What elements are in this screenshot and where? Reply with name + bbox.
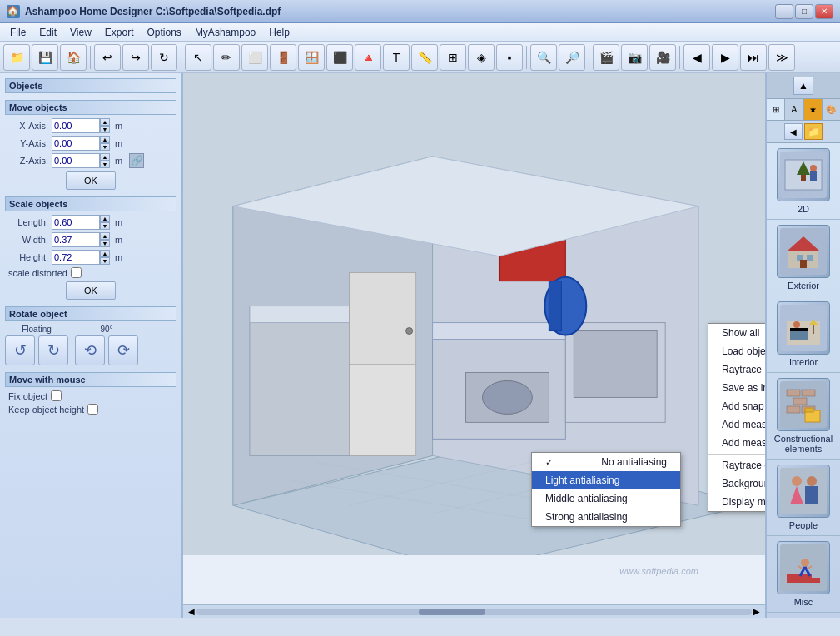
fix-object-checkbox[interactable] xyxy=(51,390,62,401)
rp-tab-favorites[interactable]: ★ xyxy=(804,99,823,120)
z-link-btn[interactable]: 🔗 xyxy=(129,153,144,168)
minimize-button[interactable]: — xyxy=(775,4,793,19)
ctx-middle-antialiasing[interactable]: Middle antialiasing xyxy=(532,489,680,508)
toolbar-wall[interactable]: ⬜ xyxy=(241,44,268,71)
toolbar-special[interactable]: ◈ xyxy=(468,44,495,71)
toolbar-house[interactable]: 🏠 xyxy=(60,44,87,71)
scroll-thumb[interactable] xyxy=(419,609,485,615)
ok-move-button[interactable]: OK xyxy=(66,171,116,190)
toolbar-zoom-out[interactable]: 🔎 xyxy=(559,44,585,71)
hgt-spin-up[interactable]: ▲ xyxy=(100,250,110,257)
scroll-track[interactable] xyxy=(196,609,752,615)
len-spin-up[interactable]: ▲ xyxy=(100,215,110,222)
length-input[interactable] xyxy=(52,215,100,230)
wid-spin-up[interactable]: ▲ xyxy=(100,232,110,240)
toolbar-door[interactable]: 🚪 xyxy=(270,44,296,71)
maximize-button[interactable]: □ xyxy=(795,4,813,19)
toolbar-prev[interactable]: ◀ xyxy=(683,44,710,71)
toolbar-camera[interactable]: 📷 xyxy=(621,44,648,71)
rotate-section-title: Rotate object xyxy=(5,306,176,321)
right-panel-up-btn[interactable]: ▲ xyxy=(793,77,813,95)
ctx-show-all[interactable]: Show all xyxy=(708,324,765,342)
rp-item-interior[interactable]: Interior xyxy=(767,296,840,373)
ctx-add-measurement[interactable]: Add measurement xyxy=(708,415,765,434)
width-input[interactable] xyxy=(52,232,100,247)
toolbar-cursor[interactable]: ↖ xyxy=(185,44,211,71)
toolbar-undo-arrow[interactable]: ↪ xyxy=(122,44,149,71)
rp-tab-text[interactable]: A xyxy=(785,99,803,120)
hgt-spin-down[interactable]: ▼ xyxy=(100,257,110,265)
ok-scale-button[interactable]: OK xyxy=(66,281,116,300)
menu-options[interactable]: Options xyxy=(141,25,188,40)
keep-height-checkbox[interactable] xyxy=(87,404,98,415)
toolbar-video[interactable]: 🎥 xyxy=(649,44,676,71)
toolbar-end[interactable]: ⏭ xyxy=(740,44,767,71)
ctx-save-image[interactable]: Save as image... xyxy=(708,379,765,397)
horizontal-scrollbar[interactable]: ◀ ▶ xyxy=(183,604,765,618)
close-button[interactable]: ✕ xyxy=(815,4,833,19)
len-spin-down[interactable]: ▼ xyxy=(100,222,110,230)
toolbar-measure[interactable]: 📏 xyxy=(411,44,438,71)
height-input[interactable] xyxy=(52,250,100,265)
menu-file[interactable]: File xyxy=(3,25,32,40)
toolbar-extra[interactable]: ≫ xyxy=(768,44,795,71)
toolbar-undo[interactable]: ↩ xyxy=(94,44,121,71)
toolbar-redo[interactable]: ↻ xyxy=(151,44,177,71)
toolbar-obj[interactable]: ⊞ xyxy=(440,44,466,71)
x-axis-input[interactable] xyxy=(52,118,100,133)
scale-distorted-checkbox[interactable] xyxy=(71,267,82,278)
rp-item-misc[interactable]: Misc xyxy=(767,536,840,613)
x-spin-up[interactable]: ▲ xyxy=(100,118,110,126)
scroll-right-btn[interactable]: ▶ xyxy=(752,607,762,617)
rp-tab-objects[interactable]: ⊞ xyxy=(767,99,785,120)
toolbar-text[interactable]: T xyxy=(383,44,410,71)
rotate-90-right[interactable]: ⟳ xyxy=(108,335,138,365)
toolbar-window[interactable]: 🪟 xyxy=(298,44,325,71)
toolbar-stairs[interactable]: ⬛ xyxy=(326,44,353,71)
rotate-right-btn[interactable]: ↻ xyxy=(38,335,68,365)
toolbar-pencil[interactable]: ✏ xyxy=(213,44,240,71)
toolbar-next[interactable]: ▶ xyxy=(712,44,738,71)
rp-item-constructional[interactable]: Constructional elements xyxy=(767,373,840,460)
ctx-strong-antialiasing[interactable]: Strong antialiasing xyxy=(532,508,680,526)
toolbar-3d-box[interactable]: ▪ xyxy=(496,44,523,71)
canvas-area[interactable]: www.softpedia.com Show all Load object..… xyxy=(183,73,765,618)
menu-myashampoo[interactable]: MyAshampoo xyxy=(188,25,262,40)
toolbar-save[interactable]: 💾 xyxy=(32,44,58,71)
menu-help[interactable]: Help xyxy=(262,25,296,40)
ctx-load-object[interactable]: Load object... xyxy=(708,342,765,360)
wid-spin-down[interactable]: ▼ xyxy=(100,240,110,247)
ctx-light-antialiasing[interactable]: Light antialiasing xyxy=(532,471,680,489)
rotate-90-left[interactable]: ⟲ xyxy=(75,335,105,365)
ctx-background[interactable]: Background ▶ xyxy=(708,475,765,493)
z-spin-down[interactable]: ▼ xyxy=(100,161,110,168)
y-spin-up[interactable]: ▲ xyxy=(100,136,110,143)
rp-item-people[interactable]: People xyxy=(767,460,840,536)
menu-export[interactable]: Export xyxy=(98,25,141,40)
z-spin-up[interactable]: ▲ xyxy=(100,153,110,161)
rp-item-2d[interactable]: 2D xyxy=(767,143,840,220)
toolbar-render[interactable]: 🎬 xyxy=(593,44,619,71)
rp-tab-extra[interactable]: 🎨 xyxy=(823,99,840,120)
toolbar-open[interactable]: 📁 xyxy=(3,44,30,71)
ctx-raytrace[interactable]: Raytrace xyxy=(708,360,765,379)
toolbar-zoom-in[interactable]: 🔍 xyxy=(530,44,557,71)
y-axis-input[interactable] xyxy=(52,136,100,151)
ctx-snap-points[interactable]: Add snap points xyxy=(708,397,765,415)
y-spin-down[interactable]: ▼ xyxy=(100,143,110,151)
rp-folder-btn[interactable]: 📁 xyxy=(804,123,823,140)
ctx-no-antialiasing[interactable]: No antialiasing xyxy=(532,453,680,471)
scroll-left-btn[interactable]: ◀ xyxy=(186,607,196,617)
rp-item-exterior[interactable]: Exterior xyxy=(767,220,840,296)
raytrace-submenu: No antialiasing Light antialiasing Middl… xyxy=(531,452,681,527)
rp-nav-back[interactable]: ◀ xyxy=(784,123,803,140)
z-axis-input[interactable] xyxy=(52,153,100,168)
ctx-display-mode[interactable]: Display mode ▶ xyxy=(708,493,765,511)
menu-edit[interactable]: Edit xyxy=(32,25,63,40)
ctx-raytrace-options[interactable]: Raytrace options ▶ xyxy=(708,456,765,475)
x-spin-down[interactable]: ▼ xyxy=(100,126,110,133)
rotate-left-btn[interactable]: ↺ xyxy=(5,335,35,365)
toolbar-roof[interactable]: 🔺 xyxy=(355,44,381,71)
menu-view[interactable]: View xyxy=(63,25,98,40)
ctx-add-measurement-connected[interactable]: Add measurement (Connected) xyxy=(708,434,765,452)
